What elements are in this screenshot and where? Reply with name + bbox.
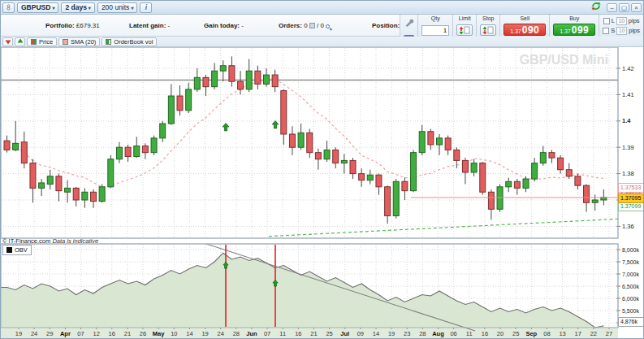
x-axis-label: 28 — [233, 330, 240, 337]
x-axis-label: May — [153, 330, 165, 337]
candle-down — [73, 188, 79, 200]
candle-up — [160, 124, 166, 138]
info-button[interactable]: i — [140, 2, 152, 13]
limit-stop-pips-column: L pips S pips — [599, 15, 643, 37]
candle-up — [65, 188, 71, 192]
price-axis-label: 1.4 — [622, 117, 631, 124]
chart-area[interactable]: 192429Apr0712162126May1014192428Jun07111… — [1, 47, 644, 339]
candle-down — [91, 192, 97, 201]
minimize-button[interactable]: – — [607, 3, 617, 12]
buy-arrow-button[interactable] — [15, 37, 25, 46]
limit-pips-input[interactable] — [616, 17, 627, 25]
candle-down — [56, 176, 62, 191]
buy-button[interactable]: 1.37099 — [553, 24, 595, 36]
price-axis-label: 1.42 — [622, 65, 634, 72]
x-axis-label: 10 — [171, 330, 177, 337]
candle-up — [151, 138, 157, 153]
x-axis-label: 22 — [590, 330, 597, 337]
x-axis-label: 21 — [310, 330, 317, 337]
candle-up — [324, 150, 330, 159]
x-axis-label: 08 — [543, 330, 550, 337]
obv-axis-label: 7,500k — [622, 259, 640, 265]
x-axis-label: 19 — [201, 330, 208, 337]
candle-up — [298, 133, 304, 147]
legend-orderbook-vol[interactable]: OrderBook vol — [102, 37, 157, 46]
units-dropdown[interactable]: 200 units▾ — [97, 2, 138, 13]
candle-up — [367, 175, 373, 180]
candle-down — [125, 147, 131, 156]
stop-pips-input[interactable] — [616, 27, 627, 35]
limit-column: Limit — [452, 15, 476, 37]
candle-down — [255, 71, 261, 84]
obv-swatch-icon — [6, 247, 12, 253]
candle-up — [592, 200, 598, 202]
candle-up — [47, 176, 53, 185]
x-axis-label: 14 — [186, 330, 192, 337]
x-axis-label: Jul — [340, 330, 349, 337]
orders-search-icon[interactable] — [326, 24, 330, 28]
stop-order-button[interactable] — [480, 24, 496, 36]
x-axis-label: 11 — [279, 330, 286, 337]
candle-down — [454, 150, 460, 160]
sell-button[interactable]: 1.37090 — [504, 24, 546, 36]
legend-sma[interactable]: SMA (20) — [58, 37, 100, 46]
candle-down — [385, 187, 391, 216]
candle-down — [514, 181, 520, 188]
candle-up — [341, 160, 347, 163]
candle-down — [480, 163, 486, 193]
obv-value-label: 4,876k — [618, 317, 644, 327]
candle-up — [39, 183, 45, 188]
candle-down — [350, 160, 356, 173]
timeframe-dropdown[interactable]: 2 days▾ — [61, 2, 94, 13]
legend-price[interactable]: Price — [27, 37, 57, 46]
obv-legend-chip[interactable]: OBV — [2, 245, 32, 255]
x-axis-label: 07 — [264, 330, 270, 337]
link-chain-icon[interactable] — [2, 2, 15, 13]
orderbook-swatch-icon — [106, 39, 111, 45]
chevron-down-icon: ▾ — [131, 5, 133, 11]
limit-order-button[interactable] — [456, 24, 473, 36]
copyright-note: © IT-Finance.com Data is indicative — [2, 237, 98, 245]
instrument-dropdown[interactable]: GBPUSD▾ — [17, 2, 58, 13]
candle-down — [445, 138, 451, 150]
candle-down — [4, 141, 10, 150]
candle-down — [272, 75, 278, 87]
limit-checkbox[interactable] — [603, 18, 610, 24]
sell-arrow-button[interactable] — [2, 37, 13, 46]
x-axis-label: 17 — [575, 330, 581, 337]
x-axis-label: 16 — [295, 330, 301, 337]
x-axis-label: 25 — [512, 330, 519, 337]
candle-down — [575, 176, 581, 185]
candle-down — [549, 153, 555, 158]
sell-column: Sell 1.37090 — [499, 15, 549, 37]
candle-up — [393, 181, 399, 215]
refresh-icon[interactable] — [590, 0, 602, 15]
sma-swatch-icon — [63, 39, 68, 45]
candle-down — [289, 134, 295, 147]
x-axis-label: 25 — [326, 330, 332, 337]
candle-down — [376, 175, 382, 187]
orders-list-icon[interactable] — [309, 23, 315, 28]
candle-down — [558, 158, 564, 170]
candle-down — [566, 170, 572, 176]
x-axis-label: 19 — [15, 330, 22, 337]
x-axis-label: 16 — [109, 330, 115, 337]
price-axis-label: 1.41 — [622, 91, 634, 98]
candle-down — [307, 133, 313, 152]
candle-down — [30, 163, 36, 189]
portfolio-stat: Portfolio: £679.31 — [45, 22, 100, 29]
wrench-icon[interactable] — [404, 15, 414, 30]
candle-up — [497, 187, 503, 210]
stop-checkbox[interactable] — [603, 28, 609, 34]
x-axis-label: 19 — [388, 330, 395, 337]
candle-down — [238, 81, 244, 89]
x-axis-label: 11 — [466, 330, 473, 337]
restore-button[interactable]: ▢ — [619, 3, 629, 12]
candle-down — [142, 146, 148, 153]
price-obv-chart[interactable]: 192429Apr0712162126May1014192428Jun07111… — [1, 47, 644, 339]
buy-column: Buy 1.37099 — [549, 15, 599, 37]
quantity-input[interactable] — [421, 25, 449, 36]
latent-gain-stat: Latent gain: - — [129, 22, 170, 29]
close-button[interactable]: × — [631, 3, 642, 12]
x-axis-label: 09 — [357, 330, 364, 337]
